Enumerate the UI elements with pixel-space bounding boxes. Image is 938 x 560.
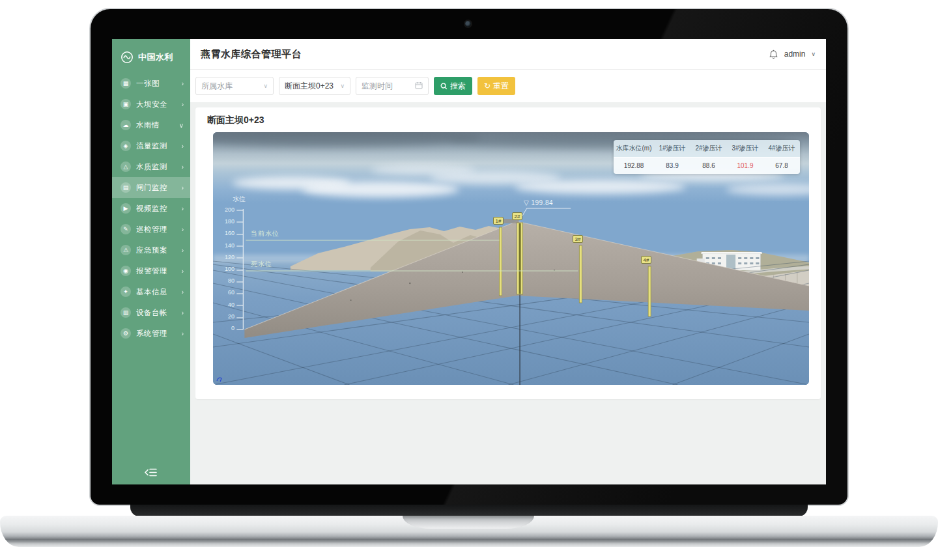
video-icon: ▶ [121,203,131,214]
chevron-right-icon: › [182,143,184,150]
section-card: 断面主坝0+23 [195,107,821,399]
filter-bar: 所属水库 ∨ 断面主坝0+23 ∨ 监测时间 [190,70,826,102]
laptop-camera [465,21,471,27]
laptop-base-notch [403,516,534,529]
dam-3d-view[interactable]: 水位 200180 160140 120100 8060 4020 0 当前水位… [213,132,809,385]
sidebar-item-system-management[interactable]: ⚙ 系统管理 › [112,323,190,344]
sidebar-item-water-quality[interactable]: △ 水质监测 › [112,156,190,177]
menu-fold-icon [145,467,158,478]
gate-icon: ▤ [121,182,131,193]
card-title: 断面主坝0+23 [207,114,809,126]
sidebar-item-gate-monitoring[interactable]: ▤ 闸门监控 › [112,177,190,198]
chevron-right-icon: › [182,226,184,233]
content-area: 断面主坝0+23 [190,102,826,484]
chevron-right-icon: › [182,309,184,316]
page-title: 燕霄水库综合管理平台 [201,48,302,61]
piezometer-2-label: 2# [512,212,522,220]
sidebar-item-video-monitoring[interactable]: ▶ 视频监控 › [112,198,190,219]
brand-name: 中国水利 [138,51,173,63]
brand-logo: 中国水利 [112,39,190,73]
calendar-icon [411,81,423,91]
warning-icon: ⚠ [121,245,131,255]
sidebar-item-one-map[interactable]: ▦ 一张图 › [112,73,190,94]
water-emblem-icon [121,51,134,64]
readings-table-values: 192.8883.9 88.6101.9 67.8 [614,157,800,174]
elevation-annotation: ▽ 199.84 [524,200,553,206]
refresh-icon: ↻ [484,82,490,90]
current-water-level-label: 当前水位 [251,231,279,237]
alert-value: 101.9 [727,158,763,174]
axis-title: 水位 [233,196,246,203]
piezometer-readings-table: 水库水位(m)1#渗压计 2#渗压计3#渗压计 4#渗压计 192.8883.9… [614,140,800,174]
piezometer-4-label: 4# [641,256,651,264]
axis-tick-labels: 200180 160140 120100 8060 4020 0 [213,206,234,331]
sidebar-item-basic-info[interactable]: ✦ 基本信息 › [112,281,190,302]
chevron-right-icon: › [182,205,184,212]
inspection-icon: ✎ [121,224,131,234]
sidebar-menu: ▦ 一张图 › ▣ 大坝安全 › ☁ 水雨情 ∨ ◈ 流量监测 › [112,73,190,344]
sidebar-item-dam-safety[interactable]: ▣ 大坝安全 › [112,94,190,115]
bell-icon[interactable] [769,49,778,59]
sidebar-item-equipment-ledger[interactable]: ▥ 设备台帐 › [112,302,190,323]
laptop-frame: 中国水利 ▦ 一张图 › ▣ 大坝安全 › ☁ 水雨情 ∨ [0,0,938,560]
ledger-icon: ▥ [121,307,131,318]
gear-icon: ⚙ [121,328,131,339]
dam-icon: ▣ [121,99,131,109]
section-select[interactable]: 断面主坝0+23 ∨ [279,77,350,95]
app-screen: 中国水利 ▦ 一张图 › ▣ 大坝安全 › ☁ 水雨情 ∨ [112,39,826,484]
reset-button[interactable]: ↻ 重置 [477,77,515,95]
readings-table-header: 水库水位(m)1#渗压计 2#渗压计3#渗压计 4#渗压计 [614,140,800,157]
piezometer-3-label: 3# [573,235,583,243]
search-button[interactable]: 搜索 [434,77,472,95]
sidebar-item-emergency-plan[interactable]: ⚠ 应急预案 › [112,240,190,260]
chevron-down-icon: ∨ [336,83,345,89]
map-icon: ▦ [121,78,131,89]
chevron-right-icon: › [182,101,184,108]
sidebar-item-flow-monitoring[interactable]: ◈ 流量监测 › [112,135,190,156]
dead-water-level-label: 死水位 [251,261,272,268]
sidebar-item-alarm-management[interactable]: ◉ 报警管理 › [112,260,190,281]
sidebar: 中国水利 ▦ 一张图 › ▣ 大坝安全 › ☁ 水雨情 ∨ [112,39,190,484]
chevron-right-icon: › [182,80,184,87]
sidebar-collapse-button[interactable] [112,467,190,478]
chevron-right-icon: › [182,163,184,171]
piezometer-1-label: 1# [493,217,504,225]
chevron-down-icon: ∨ [179,122,184,129]
main-area: 燕霄水库综合管理平台 admin ∨ 所属水库 ∨ 断面主 [190,39,826,484]
alarm-icon: ◉ [121,266,131,276]
rain-icon: ☁ [121,120,131,130]
monitor-time-input[interactable]: 监测时间 [356,77,429,95]
chevron-right-icon: › [182,268,184,275]
sidebar-item-inspection[interactable]: ✎ 巡检管理 › [112,219,190,240]
reservoir-select[interactable]: 所属水库 ∨ [195,77,274,95]
chevron-down-icon: ∨ [259,83,268,89]
chevron-right-icon: › [182,288,184,296]
search-icon [440,83,448,90]
info-icon: ✦ [121,287,131,297]
chevron-right-icon: › [182,184,184,191]
flask-icon: △ [121,161,131,172]
flow-icon: ◈ [121,141,131,151]
laptop-hinge [130,505,808,516]
chevron-right-icon: › [182,330,184,337]
top-header: 燕霄水库综合管理平台 admin ∨ [190,39,826,70]
chevron-right-icon: › [182,247,184,254]
user-name[interactable]: admin [784,49,806,59]
sidebar-item-water-rain[interactable]: ☁ 水雨情 ∨ [112,115,190,135]
chevron-down-icon[interactable]: ∨ [811,51,816,57]
